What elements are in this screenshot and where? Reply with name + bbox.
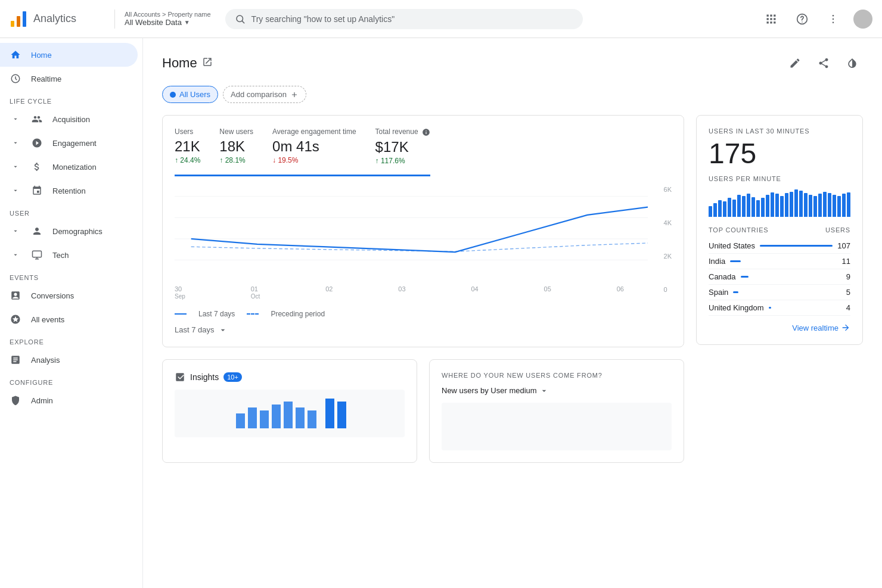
- svg-rect-8: [767, 18, 769, 20]
- mini-bar: [728, 198, 731, 217]
- help-icon-button[interactable]: [791, 8, 813, 30]
- svg-rect-26: [248, 407, 257, 428]
- svg-rect-29: [284, 402, 293, 428]
- mini-bar: [842, 194, 846, 217]
- svg-rect-20: [33, 251, 42, 257]
- search-bar[interactable]: Try searching "how to set up Analytics": [225, 9, 583, 29]
- metric-new-users-value: 18K: [219, 138, 253, 155]
- account-selector[interactable]: All Accounts > Property name All Website…: [125, 11, 211, 27]
- more-vert-icon-button[interactable]: [822, 8, 844, 30]
- page-header: Home: [162, 52, 863, 74]
- date-filter-dropdown-icon: [218, 325, 228, 335]
- insights-chart-placeholder: [175, 390, 405, 437]
- sidebar-item-conversions[interactable]: Conversions: [0, 284, 138, 307]
- sidebar-item-tech[interactable]: Tech: [0, 243, 138, 267]
- sidebar-item-monetization[interactable]: Monetization: [0, 155, 138, 179]
- view-realtime-label: View realtime: [792, 323, 838, 332]
- conversions-icon: [10, 290, 21, 301]
- mini-bar: [785, 193, 788, 217]
- svg-rect-0: [11, 21, 14, 27]
- svg-rect-5: [767, 14, 769, 16]
- insights-icon: [175, 372, 185, 382]
- metric-engagement-label: Average engagement time: [272, 127, 356, 136]
- metrics-row: Users 21K ↑ 24.4% New users 18K ↑ 28.1% …: [175, 127, 430, 176]
- sidebar-item-all-events-label: All events: [31, 315, 64, 324]
- metric-revenue-value: $17K: [375, 139, 430, 155]
- mini-bar: [718, 200, 722, 217]
- upm-label: USERS PER MINUTE: [709, 175, 850, 182]
- y-label-6k: 6K: [664, 186, 672, 193]
- home-icon: [10, 49, 21, 61]
- country-row: Canada 9: [709, 269, 850, 285]
- insights-badge: 10+: [223, 372, 242, 382]
- svg-line-4: [242, 21, 244, 23]
- apps-icon-button[interactable]: [760, 8, 782, 30]
- metric-new-users: New users 18K ↑ 28.1%: [219, 127, 253, 165]
- svg-rect-11: [767, 21, 769, 23]
- engagement-icon: [31, 137, 43, 149]
- sidebar-item-acquisition-label: Acquisition: [52, 115, 90, 124]
- sidebar-item-retention[interactable]: Retention: [0, 179, 138, 203]
- sidebar-item-admin[interactable]: Admin: [0, 388, 138, 412]
- realtime-card-label: USERS IN LAST 30 MINUTES: [709, 127, 850, 135]
- share-button[interactable]: [813, 52, 834, 74]
- sidebar-item-realtime-label: Realtime: [31, 74, 61, 83]
- date-filter-button[interactable]: Last 7 days: [175, 325, 672, 335]
- sidebar-item-home[interactable]: Home: [0, 43, 138, 67]
- country-count: 4: [846, 303, 850, 312]
- page-actions: [784, 52, 863, 74]
- edit-report-button[interactable]: [784, 52, 806, 74]
- arrow-right-icon: [841, 323, 850, 332]
- legend-line-solid: [175, 313, 187, 315]
- compare-button[interactable]: [841, 52, 863, 74]
- sidebar-item-demographics[interactable]: Demographics: [0, 219, 138, 243]
- legend-preceding-label: Preceding period: [271, 310, 325, 318]
- property-selector[interactable]: All Website Data ▼: [125, 18, 211, 27]
- mini-bar: [818, 194, 822, 217]
- metric-engagement-value: 0m 41s: [272, 138, 356, 155]
- all-users-segment[interactable]: All Users: [162, 86, 218, 103]
- realtime-icon: [10, 73, 21, 85]
- add-comparison-label: Add comparison: [231, 90, 287, 99]
- country-bar-wrap: [760, 245, 833, 247]
- svg-rect-2: [23, 11, 26, 27]
- mini-bar: [709, 206, 712, 217]
- country-bar: [741, 276, 749, 278]
- acquisition-icon: [31, 113, 43, 125]
- legend-current-label: Last 7 days: [198, 310, 235, 318]
- user-avatar[interactable]: [853, 10, 872, 29]
- date-filter-label: Last 7 days: [175, 325, 215, 334]
- add-comparison-button[interactable]: Add comparison: [223, 86, 306, 103]
- metric-engagement: Average engagement time 0m 41s ↓ 19.5%: [272, 127, 356, 165]
- new-users-selector[interactable]: New users by User medium: [442, 386, 672, 396]
- sidebar-item-admin-label: Admin: [31, 396, 53, 405]
- sidebar-item-tech-label: Tech: [52, 251, 69, 260]
- logo-text: Analytics: [33, 13, 76, 25]
- country-row: Spain 5: [709, 285, 850, 300]
- view-realtime-link[interactable]: View realtime: [709, 323, 850, 332]
- main-chart-svg: [175, 186, 648, 281]
- country-row: United Kingdom 4: [709, 300, 850, 316]
- external-link-icon[interactable]: [202, 57, 213, 70]
- analytics-logo-icon: [10, 10, 27, 28]
- configure-section-label: CONFIGURE: [0, 372, 142, 388]
- sidebar-item-realtime[interactable]: Realtime: [0, 67, 138, 91]
- mini-bar-chart: [709, 187, 850, 217]
- metric-users: Users 21K ↑ 24.4%: [175, 127, 200, 165]
- logo-area: Analytics: [10, 10, 105, 28]
- sidebar-item-engagement-label: Engagement: [52, 139, 97, 148]
- expand-icon-monetization: [10, 161, 21, 173]
- sidebar-item-analysis[interactable]: Analysis: [0, 348, 138, 372]
- page-title: Home: [162, 55, 197, 71]
- sidebar-item-engagement[interactable]: Engagement: [0, 131, 138, 155]
- search-icon: [235, 14, 246, 24]
- country-bar: [730, 260, 741, 262]
- sidebar-item-acquisition[interactable]: Acquisition: [0, 107, 138, 131]
- account-breadcrumb: All Accounts > Property name: [125, 11, 211, 18]
- mini-bar: [732, 200, 736, 217]
- page-title-area: Home: [162, 55, 213, 71]
- sidebar-item-all-events[interactable]: All events: [0, 307, 138, 331]
- mini-bar: [751, 197, 755, 217]
- tech-icon: [31, 249, 43, 261]
- svg-rect-27: [260, 410, 269, 428]
